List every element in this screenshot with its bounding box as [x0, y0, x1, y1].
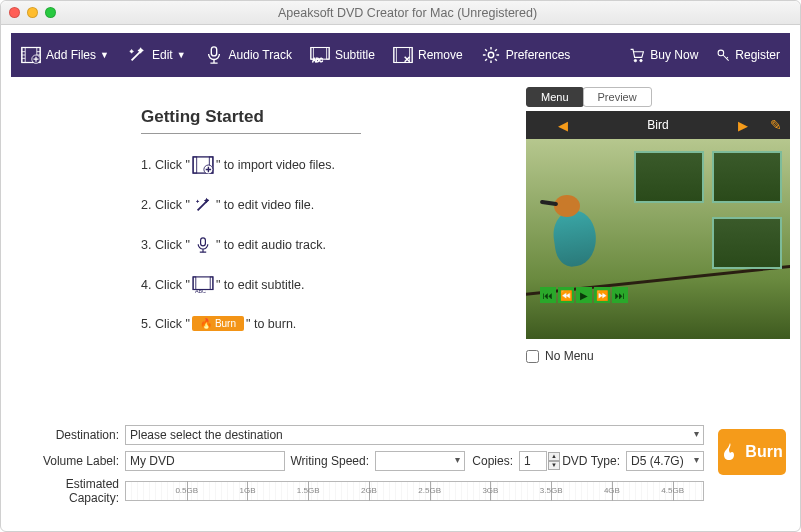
wand-icon [192, 196, 214, 214]
cart-icon [629, 46, 645, 64]
menu-thumbnail[interactable] [712, 217, 782, 269]
buy-now-label: Buy Now [650, 48, 698, 62]
subtitle-icon: ABC [192, 276, 214, 294]
subtitle-icon: ABC [310, 46, 330, 64]
bird-head [554, 195, 580, 217]
svg-text:ABC: ABC [312, 58, 323, 64]
remove-button[interactable]: Remove [393, 46, 463, 64]
no-menu-input[interactable] [526, 350, 539, 363]
film-add-icon [192, 156, 214, 174]
film-remove-icon [393, 46, 413, 64]
dvd-type-select[interactable]: D5 (4.7G) [626, 451, 704, 471]
chevron-down-icon: ▼ [100, 50, 109, 60]
skip-forward-icon[interactable]: ⏭ [612, 287, 628, 303]
capacity-label: Estimated Capacity: [15, 477, 125, 505]
window-title: Apeaksoft DVD Creator for Mac (Unregiste… [63, 6, 752, 20]
menu-prev-button[interactable]: ◀ [558, 118, 568, 133]
register-label: Register [735, 48, 780, 62]
register-button[interactable]: Register [716, 46, 780, 64]
copies-label: Copies: [465, 454, 519, 468]
destination-select[interactable]: Please select the destination [125, 425, 704, 445]
svg-rect-22 [410, 48, 413, 63]
volume-label-input[interactable]: My DVD [125, 451, 285, 471]
step-5: 5. Click " 🔥 Burn " to burn. [141, 316, 506, 331]
key-icon [716, 46, 730, 64]
tab-preview[interactable]: Preview [583, 87, 652, 107]
playback-controls: ⏮ ⏪ ▶ ⏩ ⏭ [540, 287, 628, 303]
capacity-tick-label: 3GB [482, 486, 498, 495]
audio-track-label: Audio Track [229, 48, 292, 62]
capacity-tick-label: 4GB [604, 486, 620, 495]
no-menu-checkbox[interactable]: No Menu [526, 349, 790, 363]
svg-rect-21 [394, 48, 397, 63]
step-2: 2. Click " " to edit video file. [141, 196, 506, 214]
preview-tabs: Menu Preview [526, 87, 790, 107]
remove-label: Remove [418, 48, 463, 62]
preferences-label: Preferences [506, 48, 571, 62]
writing-speed-label: Writing Speed: [285, 454, 375, 468]
tab-menu[interactable]: Menu [526, 87, 584, 107]
svg-rect-43 [210, 277, 213, 290]
edit-button[interactable]: Edit ▼ [127, 46, 186, 64]
capacity-tick-label: 0.5GB [175, 486, 198, 495]
svg-point-25 [488, 52, 493, 57]
copies-up[interactable]: ▲ [548, 452, 560, 461]
capacity-tick-label: 1.5GB [297, 486, 320, 495]
svg-rect-18 [327, 48, 330, 60]
menu-preview-canvas: ⏮ ⏪ ▶ ⏩ ⏭ [526, 139, 790, 339]
capacity-tick-label: 2GB [361, 486, 377, 495]
skip-back-icon[interactable]: ⏮ [540, 287, 556, 303]
rewind-icon[interactable]: ⏪ [558, 287, 574, 303]
preferences-button[interactable]: Preferences [481, 46, 571, 64]
svg-rect-38 [200, 238, 205, 246]
menu-title: Bird [647, 118, 668, 132]
writing-speed-select[interactable] [375, 451, 465, 471]
svg-point-28 [718, 50, 724, 56]
menu-next-button[interactable]: ▶ [738, 118, 748, 133]
film-add-icon [21, 46, 41, 64]
capacity-tick-label: 4.5GB [661, 486, 684, 495]
audio-track-button[interactable]: Audio Track [204, 46, 292, 64]
burn-button[interactable]: Burn [718, 429, 786, 475]
forward-icon[interactable]: ⏩ [594, 287, 610, 303]
content-area: Getting Started 1. Click " " to import v… [1, 77, 800, 417]
menu-thumbnail[interactable] [712, 151, 782, 203]
capacity-tick-label: 1GB [239, 486, 255, 495]
svg-line-30 [727, 57, 728, 58]
capacity-gauge: 0.5GB1GB1.5GB2GB2.5GB3GB3.5GB4GB4.5GB [125, 481, 704, 501]
copies-down[interactable]: ▼ [548, 461, 560, 470]
subtitle-button[interactable]: ABC Subtitle [310, 46, 375, 64]
copies-stepper[interactable]: 1 ▲▼ [519, 451, 560, 471]
output-form: Destination: Please select the destinati… [15, 425, 704, 511]
dvd-type-label: DVD Type: [560, 454, 626, 468]
add-files-button[interactable]: Add Files ▼ [21, 46, 109, 64]
getting-started-panel: Getting Started 1. Click " " to import v… [11, 87, 526, 417]
capacity-tick-label: 3.5GB [540, 486, 563, 495]
window-zoom-button[interactable] [45, 7, 56, 18]
gear-icon [481, 46, 501, 64]
microphone-icon [204, 46, 224, 64]
play-icon[interactable]: ▶ [576, 287, 592, 303]
window-minimize-button[interactable] [27, 7, 38, 18]
burn-chip: 🔥 Burn [192, 316, 244, 331]
subtitle-label: Subtitle [335, 48, 375, 62]
menu-header: ◀ Bird ▶ ✎ [526, 111, 790, 139]
menu-thumbnail[interactable] [634, 151, 704, 203]
microphone-icon [192, 236, 214, 254]
getting-started-title: Getting Started [141, 107, 361, 134]
add-files-label: Add Files [46, 48, 96, 62]
bird-body [550, 208, 599, 268]
destination-label: Destination: [15, 428, 125, 442]
preview-panel: Menu Preview ◀ Bird ▶ ✎ ⏮ ⏪ ▶ ⏩ ⏭ [526, 87, 790, 417]
window-close-button[interactable] [9, 7, 20, 18]
capacity-tick-label: 2.5GB [418, 486, 441, 495]
wand-icon [127, 46, 147, 64]
burn-button-label: Burn [745, 443, 782, 461]
main-toolbar: Add Files ▼ Edit ▼ Audio Track ABC Subti… [11, 33, 790, 77]
flame-icon [721, 442, 739, 462]
buy-now-button[interactable]: Buy Now [629, 46, 698, 64]
svg-point-26 [634, 59, 636, 61]
volume-label-label: Volume Label: [15, 454, 125, 468]
menu-edit-button[interactable]: ✎ [770, 117, 782, 133]
svg-text:ABC: ABC [195, 288, 206, 294]
